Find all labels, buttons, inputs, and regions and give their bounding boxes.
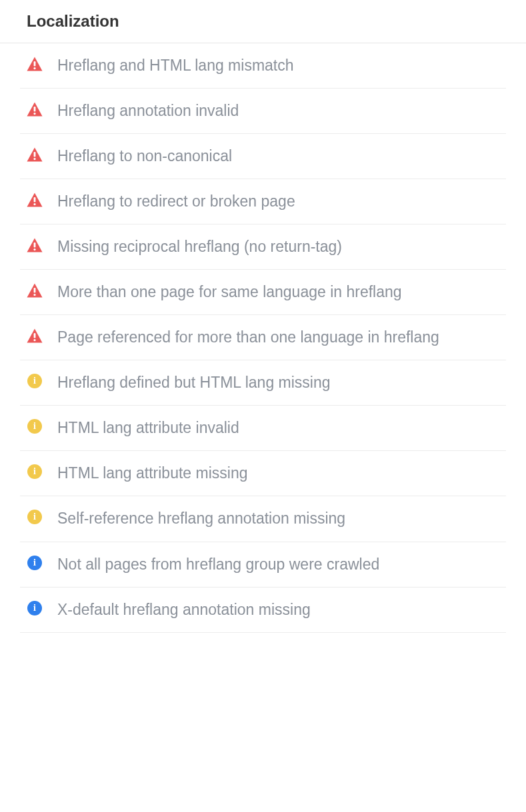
error-icon xyxy=(27,193,43,207)
svg-point-1 xyxy=(33,67,35,69)
issue-label: HTML lang attribute missing xyxy=(57,463,247,484)
warning-icon: i xyxy=(27,464,43,479)
issue-label: Hreflang to redirect or broken page xyxy=(57,191,295,212)
info-icon: i xyxy=(27,601,43,615)
localization-section: Localization Hreflang and HTML lang mism… xyxy=(0,0,526,633)
svg-point-3 xyxy=(33,113,35,115)
issue-item[interactable]: iX-default hreflang annotation missing xyxy=(20,588,506,633)
svg-rect-4 xyxy=(34,152,36,157)
issue-label: Hreflang to non-canonical xyxy=(57,146,232,167)
section-title: Localization xyxy=(0,0,526,43)
error-icon xyxy=(27,102,43,117)
svg-rect-8 xyxy=(34,242,36,248)
svg-point-5 xyxy=(33,158,35,160)
issue-item[interactable]: Page referenced for more than one langua… xyxy=(20,315,506,360)
issue-label: Self-reference hreflang annotation missi… xyxy=(57,508,345,529)
issue-item[interactable]: Hreflang to redirect or broken page xyxy=(20,179,506,224)
svg-point-13 xyxy=(33,339,35,341)
svg-rect-0 xyxy=(34,61,36,67)
issue-list: Hreflang and HTML lang mismatch Hreflang… xyxy=(0,43,526,633)
svg-point-11 xyxy=(33,294,35,296)
issue-label: More than one page for same language in … xyxy=(57,282,402,302)
svg-rect-12 xyxy=(34,333,36,338)
issue-item[interactable]: Hreflang and HTML lang mismatch xyxy=(20,43,506,89)
issue-label: Hreflang defined but HTML lang missing xyxy=(57,372,331,393)
warning-icon: i xyxy=(27,419,43,434)
error-icon xyxy=(27,328,43,343)
svg-point-9 xyxy=(33,248,35,250)
issue-item[interactable]: More than one page for same language in … xyxy=(20,270,506,315)
issue-item[interactable]: iHTML lang attribute missing xyxy=(20,451,506,496)
issue-label: Hreflang and HTML lang mismatch xyxy=(57,55,294,76)
issue-item[interactable]: iNot all pages from hreflang group were … xyxy=(20,542,506,588)
issue-item[interactable]: Hreflang to non-canonical xyxy=(20,134,506,179)
error-icon xyxy=(27,57,43,71)
issue-label: X-default hreflang annotation missing xyxy=(57,600,311,620)
issue-item[interactable]: iHreflang defined but HTML lang missing xyxy=(20,360,506,406)
svg-rect-6 xyxy=(34,197,36,203)
issue-item[interactable]: iSelf-reference hreflang annotation miss… xyxy=(20,496,506,542)
issue-label: HTML lang attribute invalid xyxy=(57,418,239,438)
svg-rect-2 xyxy=(34,107,36,112)
issue-item[interactable]: Missing reciprocal hreflang (no return-t… xyxy=(20,224,506,270)
issue-item[interactable]: Hreflang annotation invalid xyxy=(20,89,506,134)
error-icon xyxy=(27,147,43,162)
issue-label: Missing reciprocal hreflang (no return-t… xyxy=(57,236,342,257)
warning-icon: i xyxy=(27,374,43,388)
svg-point-7 xyxy=(33,203,35,205)
issue-label: Hreflang annotation invalid xyxy=(57,101,239,121)
issue-item[interactable]: iHTML lang attribute invalid xyxy=(20,406,506,451)
error-icon xyxy=(27,283,43,298)
issue-label: Page referenced for more than one langua… xyxy=(57,327,439,348)
info-icon: i xyxy=(27,556,43,570)
svg-rect-10 xyxy=(34,288,36,293)
warning-icon: i xyxy=(27,510,43,524)
issue-label: Not all pages from hreflang group were c… xyxy=(57,554,379,575)
error-icon xyxy=(27,238,43,252)
